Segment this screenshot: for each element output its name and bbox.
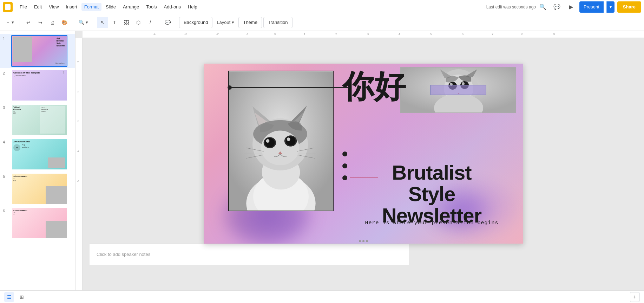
paint-format-button[interactable]: 🎨 — [59, 17, 70, 28]
filmstrip-view-button[interactable]: ☰ — [4, 292, 14, 302]
add-dropdown-icon: ▾ — [12, 20, 14, 25]
shape-tool[interactable]: ⬡ — [133, 17, 144, 28]
slide-thumb-5[interactable]: 5 • Announcement 1st 你好 — [0, 172, 75, 206]
menu-format[interactable]: Format — [81, 3, 101, 11]
menu-file[interactable]: File — [17, 3, 30, 11]
grid-view-button[interactable]: ⊞ — [17, 292, 27, 302]
svg-point-33 — [266, 139, 269, 143]
bullet-dot-1 — [342, 152, 347, 156]
svg-text:5: 5 — [430, 32, 432, 36]
zoom-dropdown: ▾ — [86, 20, 88, 25]
svg-text:1: 1 — [304, 32, 305, 36]
menu-arrange[interactable]: Arrange — [120, 3, 142, 11]
search-icon[interactable]: 🔍 — [537, 1, 548, 13]
share-button[interactable]: Share — [617, 1, 641, 13]
menu-slide[interactable]: Slide — [103, 3, 119, 11]
menu-insert[interactable]: Insert — [63, 3, 80, 11]
slide-img-3: Table of Contents 01 ●02 ● In Brief ●Wel… — [11, 104, 67, 136]
slide-img-4: Announcements 01 广告text here — [11, 138, 67, 170]
present-dropdown-button[interactable]: ▾ — [606, 1, 615, 13]
slide-thumb-3[interactable]: 3 Table of Contents 01 ●02 ● In Brief ●W… — [0, 103, 75, 137]
slide-img-5: • Announcement 1st 你好 — [11, 173, 67, 205]
toolbar-group-zoom: 🔍 ▾ — [76, 17, 91, 28]
print-button[interactable]: 🖨 — [47, 17, 58, 28]
svg-point-32 — [265, 138, 275, 147]
transition-button[interactable]: Transition — [263, 17, 293, 28]
toolbar-sep-2 — [73, 18, 73, 27]
slide-thumb-2[interactable]: 2 Contents Of This Template ⋮ item list … — [0, 68, 75, 103]
svg-text:-2: -2 — [216, 32, 219, 36]
content-with-ruler: 1 2 3 4 5 — [75, 38, 644, 290]
plus-icon: ＋ — [6, 19, 10, 26]
background-button[interactable]: Background — [179, 17, 212, 28]
slide-img-2: Contents Of This Template ⋮ item list he… — [11, 70, 67, 101]
slide-canvas[interactable]: 你好 Brutali — [204, 64, 523, 244]
svg-text:2: 2 — [76, 91, 80, 92]
svg-text:8: 8 — [521, 32, 523, 36]
menu-help[interactable]: Help — [185, 3, 200, 11]
slideshow-icon[interactable]: ▶ — [565, 1, 577, 13]
layout-button[interactable]: Layout ▾ — [214, 17, 237, 28]
main-photo-frame[interactable] — [228, 71, 334, 211]
present-button[interactable]: Present — [579, 1, 604, 13]
svg-text:4: 4 — [76, 150, 80, 152]
last-edit-text: Last edit was seconds ago — [486, 5, 536, 9]
undo-button[interactable]: ↩ — [23, 17, 34, 28]
svg-text:6: 6 — [462, 32, 464, 36]
bullet-dot-2 — [342, 163, 347, 168]
title-line-1: Brutalist — [351, 162, 513, 183]
add-button[interactable]: ＋ ▾ — [3, 17, 17, 28]
cursor-tool[interactable]: ↖ — [97, 17, 108, 28]
speaker-notes[interactable]: Click to add speaker notes — [90, 244, 409, 265]
menu-tools[interactable]: Tools — [143, 3, 159, 11]
slide-thumb-1[interactable]: 1 你好BrutalistStyleNewsletter Here is whe… — [0, 34, 75, 68]
comments-icon[interactable]: 💬 — [551, 1, 563, 13]
slide-num-2: 2 — [3, 70, 8, 75]
main-title: Brutalist Style Newsletter — [351, 162, 513, 226]
svg-point-36 — [287, 137, 290, 141]
toolbar-group-tools: ↖ T 🖼 ⬡ / — [97, 17, 156, 28]
slide-num-1: 1 — [3, 35, 8, 41]
svg-text:2: 2 — [335, 32, 337, 36]
svg-text:0: 0 — [274, 32, 276, 36]
toolbar-sep-1 — [20, 18, 20, 27]
line-tool[interactable]: / — [145, 17, 156, 28]
svg-text:-3: -3 — [184, 32, 187, 36]
zoom-button[interactable]: 🔍 ▾ — [76, 17, 91, 28]
slide-thumb-6[interactable]: 6 • Announcement 2st 生 — [0, 206, 75, 240]
textbox-tool[interactable]: T — [109, 17, 120, 28]
image-tool[interactable]: 🖼 — [121, 17, 132, 28]
title-line-2: Style — [351, 183, 513, 205]
comment-tool[interactable]: 💬 — [162, 17, 173, 28]
main-area: 1 你好BrutalistStyleNewsletter Here is whe… — [0, 31, 644, 290]
menu-addons[interactable]: Add-ons — [161, 3, 184, 11]
bottom-bar: ☰ ⊞ + — [0, 290, 644, 303]
canvas-area[interactable]: 你好 Brutali — [83, 38, 644, 290]
slide-img-6: • Announcement 2st 生 — [11, 207, 67, 239]
svg-point-35 — [285, 136, 295, 146]
svg-text:9: 9 — [553, 32, 555, 36]
speaker-notes-placeholder: Click to add speaker notes — [97, 252, 150, 257]
svg-text:7: 7 — [492, 32, 493, 36]
toolbar-sep-5 — [176, 18, 176, 27]
theme-button[interactable]: Theme — [238, 17, 262, 28]
redo-button[interactable]: ↪ — [35, 17, 46, 28]
resize-handles — [359, 240, 368, 242]
toolbar-sep-3 — [94, 18, 94, 27]
toolbar-sep-4 — [159, 18, 159, 27]
slide-thumb-4[interactable]: 4 Announcements 01 广告text here — [0, 137, 75, 172]
zoom-icon: 🔍 — [79, 20, 84, 25]
menu-bar: File Edit View Insert Format Slide Arran… — [0, 0, 644, 14]
svg-text:1: 1 — [76, 61, 80, 63]
svg-text:3: 3 — [367, 32, 369, 36]
slide-panel: 1 你好BrutalistStyleNewsletter Here is whe… — [0, 31, 75, 290]
add-slide-button[interactable]: + — [630, 292, 640, 302]
title-line-3: Newsletter — [351, 205, 513, 226]
slide-num-6: 6 — [3, 207, 8, 213]
svg-text:-4: -4 — [153, 32, 156, 36]
svg-text:-1: -1 — [246, 32, 249, 36]
menu-view[interactable]: View — [46, 3, 61, 11]
small-cat-photo — [400, 67, 516, 113]
toolbar-group-add: ＋ ▾ — [3, 17, 17, 28]
menu-edit[interactable]: Edit — [31, 3, 45, 11]
